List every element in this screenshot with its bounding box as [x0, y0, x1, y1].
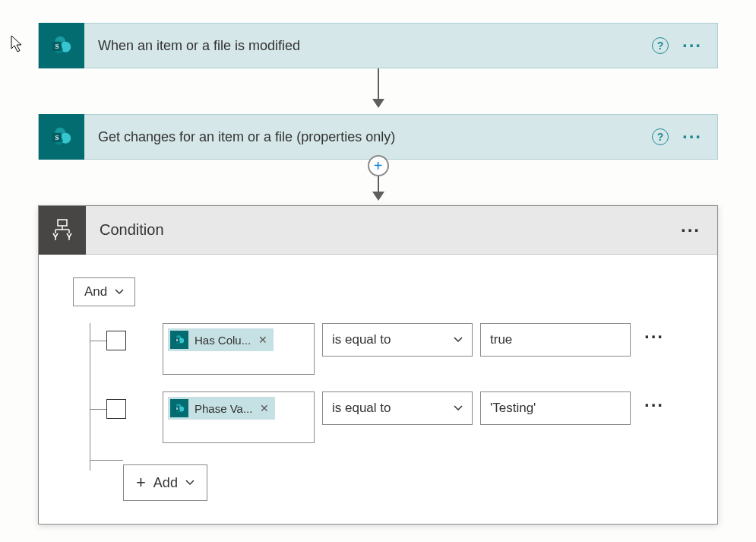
more-options-icon[interactable]: ···: [638, 402, 664, 407]
rule-value-input[interactable]: 'Testing': [480, 391, 631, 425]
svg-text:S: S: [176, 338, 179, 342]
rule-checkbox[interactable]: [106, 331, 126, 350]
remove-token-icon[interactable]: ✕: [258, 334, 267, 346]
add-rule-label: Add: [153, 475, 178, 491]
more-options-icon[interactable]: ···: [682, 43, 702, 48]
condition-icon: [39, 206, 86, 255]
chevron-down-icon: [454, 337, 463, 343]
token-label: Has Colu...: [195, 334, 251, 347]
condition-rule-row: S Phase Va... ✕ is equal to 'Testing' ··…: [90, 391, 683, 443]
chevron-down-icon: [115, 289, 124, 295]
dynamic-content-token: S Has Colu... ✕: [168, 328, 274, 351]
value-text: 'Testing': [490, 401, 536, 416]
chevron-down-icon: [185, 480, 195, 486]
trigger-card[interactable]: S When an item or a file is modified ? ·…: [38, 23, 718, 68]
rule-operator-dropdown[interactable]: is equal to: [322, 323, 473, 357]
connector-arrow: [27, 68, 729, 114]
sharepoint-icon: S: [39, 23, 84, 68]
sharepoint-icon: S: [39, 114, 84, 160]
rule-checkbox[interactable]: [106, 399, 126, 419]
svg-text:S: S: [55, 134, 59, 141]
more-options-icon[interactable]: ···: [638, 334, 664, 339]
add-step-connector: +: [27, 160, 729, 205]
plus-icon: +: [136, 473, 146, 493]
token-label: Phase Va...: [195, 402, 252, 415]
sharepoint-icon: S: [170, 331, 188, 349]
rule-left-operand[interactable]: S Has Colu... ✕: [163, 323, 315, 375]
action-title: Get changes for an item or a file (prope…: [84, 129, 652, 145]
svg-text:S: S: [55, 43, 59, 50]
group-operator-label: And: [84, 284, 107, 300]
sharepoint-icon: S: [170, 399, 188, 417]
action-card-get-changes[interactable]: S Get changes for an item or a file (pro…: [38, 114, 718, 160]
svg-text:S: S: [176, 407, 179, 410]
more-options-icon[interactable]: ···: [681, 227, 717, 233]
trigger-title: When an item or a file is modified: [84, 38, 652, 54]
value-text: true: [490, 332, 512, 347]
mouse-cursor-icon: [11, 35, 24, 56]
add-rule-button[interactable]: + Add: [123, 464, 207, 501]
help-icon[interactable]: ?: [652, 128, 669, 145]
rule-left-operand[interactable]: S Phase Va... ✕: [163, 391, 315, 443]
condition-card: Condition ··· And S: [38, 205, 718, 525]
more-options-icon[interactable]: ···: [682, 134, 702, 139]
operator-label: is equal to: [332, 332, 391, 347]
remove-token-icon[interactable]: ✕: [260, 402, 269, 414]
help-icon[interactable]: ?: [652, 37, 669, 54]
svg-rect-10: [58, 220, 67, 226]
rule-operator-dropdown[interactable]: is equal to: [322, 391, 473, 425]
operator-label: is equal to: [332, 401, 391, 416]
rule-value-input[interactable]: true: [480, 323, 631, 357]
group-operator-dropdown[interactable]: And: [73, 277, 135, 306]
condition-rule-row: S Has Colu... ✕ is equal to true ···: [90, 323, 683, 375]
add-step-button[interactable]: +: [368, 155, 389, 176]
condition-header[interactable]: Condition ···: [39, 206, 717, 255]
dynamic-content-token: S Phase Va... ✕: [168, 397, 275, 420]
condition-title: Condition: [86, 221, 681, 239]
chevron-down-icon: [454, 405, 463, 411]
